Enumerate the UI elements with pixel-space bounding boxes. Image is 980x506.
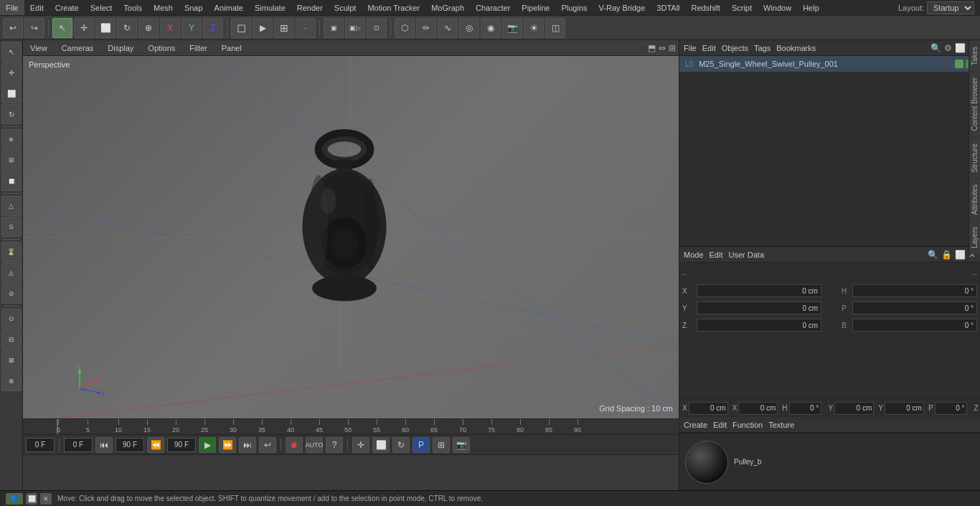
panel-menu[interactable]: Panel xyxy=(217,44,246,52)
x-axis-button[interactable]: X xyxy=(160,18,180,38)
om-tags-menu[interactable]: Tags xyxy=(754,44,771,52)
om-maximize-icon[interactable]: ⬜ xyxy=(955,43,966,53)
render-region-button[interactable]: ▣▷ xyxy=(345,18,365,38)
menu-plugins[interactable]: Plugins xyxy=(555,0,593,15)
viewport-icon-move[interactable]: ⇔ xyxy=(659,43,666,53)
menu-motion-tracker[interactable]: Motion Tracker xyxy=(362,0,425,15)
mat-texture-menu[interactable]: Texture xyxy=(768,421,794,429)
menu-sculpt[interactable]: Sculpt xyxy=(329,0,362,15)
material-preview-ball[interactable] xyxy=(685,441,728,484)
display-menu[interactable]: Display xyxy=(103,44,138,52)
live-selection-button[interactable]: ↖ xyxy=(1,42,22,62)
floor-button[interactable]: ◫ xyxy=(545,18,565,38)
mat-edit-menu[interactable]: Edit xyxy=(713,421,727,429)
viewport-icon-settings[interactable]: ⊞ xyxy=(669,43,676,53)
menu-redshift[interactable]: Redshift xyxy=(686,0,726,15)
menu-animate[interactable]: Animate xyxy=(209,0,249,15)
menu-edit[interactable]: Edit xyxy=(24,0,50,15)
last-frame-button[interactable]: ⏭ xyxy=(239,437,256,453)
attr-h-rot[interactable] xyxy=(852,284,977,297)
render-button[interactable]: ⊡ xyxy=(367,18,387,38)
om-objects-menu[interactable]: Objects xyxy=(722,44,748,52)
attr-maximize-icon[interactable]: ⬜ xyxy=(955,250,966,260)
rotate-button[interactable]: ↻ xyxy=(117,18,137,38)
start-frame-input[interactable] xyxy=(64,438,93,452)
om-bookmarks-menu[interactable]: Bookmarks xyxy=(776,44,816,52)
timeline-ruler[interactable]: 051015202530354045505560657075808590 xyxy=(23,419,679,435)
tool4-button[interactable]: ◬ xyxy=(1,263,22,283)
move2-button[interactable]: ✛ xyxy=(352,437,369,453)
cube-tool-button[interactable]: ⬡ xyxy=(395,18,415,38)
tab-content-browser[interactable]: Content Browser xyxy=(969,71,980,136)
menu-mograph[interactable]: MoGraph xyxy=(425,0,470,15)
light-button[interactable]: ☀ xyxy=(524,18,544,38)
tool3-button[interactable]: ⌛ xyxy=(1,242,22,262)
step-back-button[interactable]: ⏪ xyxy=(147,437,164,453)
menu-vray[interactable]: V-Ray Bridge xyxy=(593,0,651,15)
loop-button[interactable]: ↩ xyxy=(259,437,276,453)
play-button[interactable]: ▶ xyxy=(199,437,216,453)
coord-y2-input[interactable] xyxy=(885,402,924,415)
pen-tool-button[interactable]: ✏ xyxy=(416,18,436,38)
tab-layers[interactable]: Layers xyxy=(969,220,980,254)
menu-render[interactable]: Render xyxy=(291,0,329,15)
menu-script[interactable]: Script xyxy=(726,0,758,15)
menu-file[interactable]: File xyxy=(0,0,24,15)
deformer-button[interactable]: ◉ xyxy=(481,18,501,38)
end-frame-input[interactable] xyxy=(116,438,144,452)
mat-create-menu[interactable]: Create xyxy=(684,421,707,429)
coord-p-input[interactable] xyxy=(935,402,967,415)
menu-window[interactable]: Window xyxy=(758,0,797,15)
tool8-button[interactable]: ⊠ xyxy=(1,350,22,370)
scale-button[interactable]: ⬜ xyxy=(95,18,116,38)
workplane-button[interactable]: ⊞ xyxy=(1,150,22,170)
attr-y-pos[interactable] xyxy=(697,301,821,314)
filter-menu[interactable]: Filter xyxy=(185,44,211,52)
rotate2-button[interactable]: ↻ xyxy=(392,437,410,453)
menu-3dtall[interactable]: 3DTAll xyxy=(651,0,685,15)
attr-search-icon[interactable]: 🔍 xyxy=(928,250,938,260)
attr-edit-menu[interactable]: Edit xyxy=(710,250,723,259)
coord-x2-input[interactable] xyxy=(738,402,778,415)
poly-tool-button[interactable]: ◎ xyxy=(459,18,479,38)
coord-h-input[interactable] xyxy=(789,402,821,415)
point-mode-button[interactable]: · xyxy=(296,18,316,38)
snap-button[interactable]: 🔲 xyxy=(1,171,22,191)
move-button[interactable]: ✛ xyxy=(74,18,94,38)
status-icon-2[interactable]: ⬜ xyxy=(26,493,37,505)
status-icon-3[interactable]: ✕ xyxy=(40,493,52,505)
attr-p-rot[interactable] xyxy=(852,301,977,314)
y-axis-button[interactable]: Y xyxy=(182,18,202,38)
step-forward-button[interactable]: ⏩ xyxy=(219,437,236,453)
menu-simulate[interactable]: Simulate xyxy=(249,0,291,15)
cameras-menu[interactable]: Cameras xyxy=(57,44,98,52)
om-content[interactable]: L0 M25_Single_Wheel_Swivel_Pulley_001 xyxy=(679,56,980,245)
grid-button[interactable]: ⊞ xyxy=(433,437,450,453)
polygon-mode-button[interactable]: ▶ xyxy=(253,18,273,38)
camera-button[interactable]: 📷 xyxy=(502,18,522,38)
move-tool-button[interactable]: ✛ xyxy=(1,62,22,83)
layout-select[interactable]: Startup xyxy=(927,1,974,14)
options-menu[interactable]: Options xyxy=(143,44,179,52)
tab-attributes[interactable]: Attributes xyxy=(969,178,980,220)
coord-x-input[interactable] xyxy=(689,402,728,415)
camera2-button[interactable]: 📷 xyxy=(453,437,470,453)
select-mode-button[interactable]: ↖ xyxy=(52,18,72,38)
om-settings-icon[interactable]: ⚙ xyxy=(944,43,952,53)
tool2-button[interactable]: S xyxy=(1,217,22,237)
tool9-button[interactable]: ⊗ xyxy=(1,371,22,391)
object-axis-button[interactable]: ⊕ xyxy=(1,129,22,149)
render-end-input[interactable] xyxy=(167,438,196,452)
attr-x-pos[interactable] xyxy=(697,284,821,297)
menu-create[interactable]: Create xyxy=(50,0,85,15)
pivot-button[interactable]: P xyxy=(413,437,430,453)
menu-mesh[interactable]: Mesh xyxy=(148,0,179,15)
menu-help[interactable]: Help xyxy=(797,0,825,15)
z-axis-button[interactable]: Z xyxy=(203,18,223,38)
render-viewport-button[interactable]: ▣ xyxy=(324,18,344,38)
attr-userdata-menu[interactable]: User Data xyxy=(729,250,765,259)
status-icon-1[interactable]: 🔵 xyxy=(6,493,23,505)
menu-snap[interactable]: Snap xyxy=(179,0,209,15)
attr-z-pos[interactable] xyxy=(697,319,821,332)
scale2-button[interactable]: ⬜ xyxy=(372,437,390,453)
